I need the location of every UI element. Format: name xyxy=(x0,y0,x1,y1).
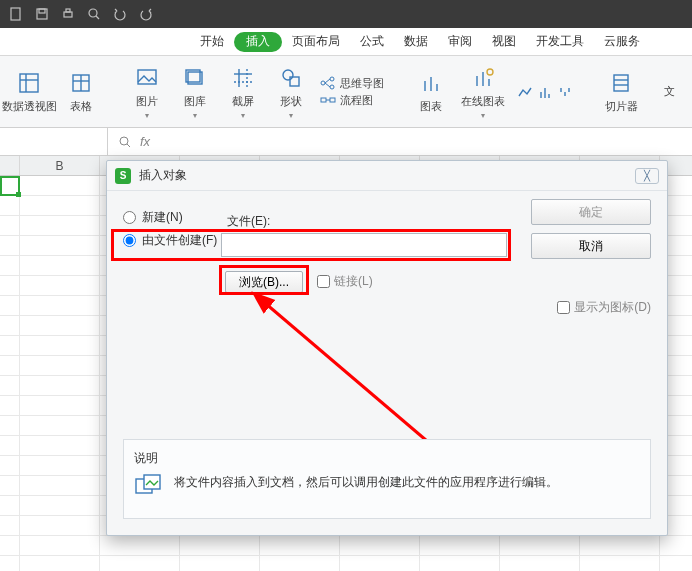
qat-undo-icon[interactable] xyxy=(112,6,128,22)
ribbon-tabs: 开始 插入 页面布局 公式 数据 审阅 视图 开发工具 云服务 xyxy=(0,28,692,56)
dialog-close-button[interactable]: ╳ xyxy=(635,168,659,184)
svg-point-20 xyxy=(283,70,293,80)
tab-data[interactable]: 数据 xyxy=(394,28,438,56)
tab-pagelayout[interactable]: 页面布局 xyxy=(282,28,350,56)
svg-point-23 xyxy=(330,77,334,81)
radio-new-label: 新建(N) xyxy=(142,209,183,226)
tab-cloud[interactable]: 云服务 xyxy=(594,28,650,56)
link-checkbox-input[interactable] xyxy=(317,275,330,288)
svg-line-48 xyxy=(265,303,427,441)
ribbon-picture[interactable]: 图片▾ xyxy=(128,64,166,120)
svg-rect-7 xyxy=(20,74,38,92)
ok-button[interactable]: 确定 xyxy=(531,199,651,225)
radio-fromfile-label: 由文件创建(F) xyxy=(142,232,217,249)
ribbon-table[interactable]: 表格 xyxy=(62,69,100,114)
ribbon-screenshot[interactable]: 截屏▾ xyxy=(224,64,262,120)
svg-point-24 xyxy=(330,85,334,89)
radio-fromfile-input[interactable] xyxy=(123,234,136,247)
svg-point-22 xyxy=(321,81,325,85)
tab-devtools[interactable]: 开发工具 xyxy=(526,28,594,56)
show-as-icon-label: 显示为图标(D) xyxy=(574,299,651,316)
ribbon-text-partial[interactable]: 文 xyxy=(650,84,688,99)
tab-review[interactable]: 审阅 xyxy=(438,28,482,56)
svg-rect-27 xyxy=(321,98,326,102)
svg-rect-3 xyxy=(64,12,72,17)
svg-rect-43 xyxy=(614,75,628,91)
sparkwin-icon[interactable] xyxy=(556,78,574,106)
svg-rect-0 xyxy=(11,8,20,20)
svg-point-36 xyxy=(487,69,493,75)
qat-save-icon[interactable] xyxy=(34,6,50,22)
ribbon-chart[interactable]: 图表 xyxy=(412,69,450,114)
qat-redo-icon[interactable] xyxy=(138,6,154,22)
cancel-button[interactable]: 取消 xyxy=(531,233,651,259)
quick-access-toolbar xyxy=(0,0,692,28)
ribbon-flowchart[interactable]: 流程图 xyxy=(320,93,384,108)
tab-start[interactable]: 开始 xyxy=(190,28,234,56)
name-box[interactable] xyxy=(0,128,108,155)
svg-rect-13 xyxy=(138,70,156,84)
svg-point-5 xyxy=(89,9,97,17)
sparkcol-icon[interactable] xyxy=(536,78,554,106)
dialog-title: 插入对象 xyxy=(139,167,187,184)
ribbon-slicer: 切片器 xyxy=(602,69,640,114)
svg-rect-2 xyxy=(39,9,45,13)
app-logo-icon: S xyxy=(115,168,131,184)
tab-view[interactable]: 视图 xyxy=(482,28,526,56)
svg-line-47 xyxy=(127,144,130,147)
ribbon-shapes[interactable]: 形状▾ xyxy=(272,64,310,120)
col-header-b[interactable]: B xyxy=(20,156,100,175)
ribbon: 数据透视图 表格 图片▾ 图库▾ 截屏▾ 形状▾ 思维导图 流程图 图表 在线图… xyxy=(0,56,692,128)
description-panel: 说明 将文件内容插入到文档，然后可以调用创建此文件的应用程序进行编辑。 xyxy=(123,439,651,519)
fx-label[interactable]: fx xyxy=(140,134,150,149)
description-title: 说明 xyxy=(134,450,640,467)
radio-new-input[interactable] xyxy=(123,211,136,224)
svg-line-26 xyxy=(325,83,330,87)
ribbon-gallery[interactable]: 图库▾ xyxy=(176,64,214,120)
file-path-input[interactable] xyxy=(221,233,507,257)
ribbon-online-chart[interactable]: 在线图表▾ xyxy=(460,64,506,120)
tab-insert[interactable]: 插入 xyxy=(234,32,282,52)
svg-line-25 xyxy=(325,79,330,83)
browse-button[interactable]: 浏览(B)... xyxy=(225,271,303,293)
show-as-icon-input[interactable] xyxy=(557,301,570,314)
annotation-arrow xyxy=(247,291,447,451)
sparkline-icon[interactable] xyxy=(516,78,534,106)
col-header-blank[interactable] xyxy=(0,156,20,175)
qat-doc-icon[interactable] xyxy=(8,6,24,22)
link-checkbox-label: 链接(L) xyxy=(334,273,373,290)
svg-line-6 xyxy=(96,16,99,19)
dialog-titlebar: S 插入对象 ╳ xyxy=(107,161,667,191)
zoom-icon[interactable] xyxy=(118,135,132,149)
description-text: 将文件内容插入到文档，然后可以调用创建此文件的应用程序进行编辑。 xyxy=(174,473,558,491)
insert-object-dialog: S 插入对象 ╳ 新建(N) 由文件创建(F) 文件(E): 浏览(B)... … xyxy=(106,160,668,536)
qat-print-icon[interactable] xyxy=(60,6,76,22)
file-field-label: 文件(E): xyxy=(227,213,270,230)
tab-formula[interactable]: 公式 xyxy=(350,28,394,56)
formula-bar-row: fx xyxy=(0,128,692,156)
description-icon xyxy=(134,473,164,497)
qat-preview-icon[interactable] xyxy=(86,6,102,22)
svg-rect-4 xyxy=(66,9,70,12)
link-checkbox[interactable]: 链接(L) xyxy=(317,273,373,290)
svg-point-46 xyxy=(120,137,128,145)
ribbon-mindmap[interactable]: 思维导图 xyxy=(320,76,384,91)
dialog-body: 新建(N) 由文件创建(F) 文件(E): 浏览(B)... 链接(L) 显示为… xyxy=(107,191,667,535)
active-cell[interactable] xyxy=(0,176,20,196)
ribbon-pivot[interactable]: 数据透视图 xyxy=(6,69,52,114)
svg-rect-28 xyxy=(330,98,335,102)
show-as-icon-checkbox[interactable]: 显示为图标(D) xyxy=(557,299,651,316)
